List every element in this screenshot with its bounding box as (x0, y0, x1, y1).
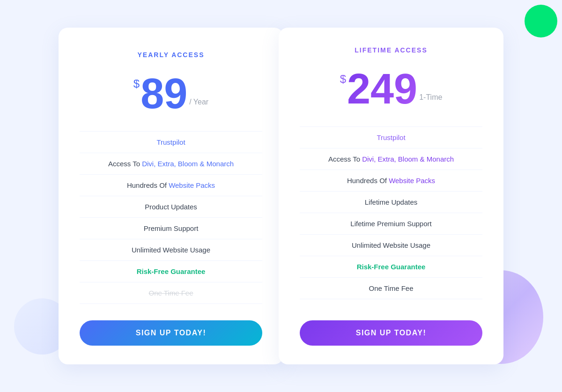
yearly-period: / Year (189, 98, 208, 106)
yearly-plan-label: YEARLY ACCESS (138, 51, 205, 59)
lifetime-period: 1-Time (419, 94, 442, 101)
yearly-risk-free-text: Risk-Free Guarantee (137, 267, 206, 275)
yearly-dollar-sign: $ (133, 78, 140, 89)
lifetime-risk-free-text: Risk-Free Guarantee (357, 263, 426, 271)
lifetime-support-text: Lifetime Premium Support (350, 220, 431, 228)
lifetime-feature-access: Access To Divi, Extra, Bloom & Monarch (300, 148, 482, 170)
yearly-trustpilot-link[interactable]: Trustpilot (156, 138, 185, 146)
lifetime-feature-one-time: One Time Fee (300, 278, 482, 299)
yearly-feature-unlimited: Unlimited Website Usage (80, 239, 262, 261)
lifetime-feature-risk-free: Risk-Free Guarantee (300, 256, 482, 278)
lifetime-plan-label: LIFETIME ACCESS (355, 46, 428, 54)
yearly-price-display: $ 89 / Year (133, 73, 208, 115)
lifetime-updates-text: Lifetime Updates (365, 198, 418, 206)
lifetime-unlimited-text: Unlimited Website Usage (352, 241, 430, 249)
lifetime-features-list: Trustpilot Access To Divi, Extra, Bloom … (300, 126, 482, 299)
lifetime-access-highlight: Divi, Extra, Bloom & Monarch (362, 155, 454, 163)
pricing-container: YEARLY ACCESS $ 89 / Year Trustpilot Acc… (30, 9, 532, 383)
lifetime-packs-highlight: Website Packs (389, 177, 435, 185)
yearly-packs-highlight: Website Packs (169, 181, 215, 189)
yearly-updates-text: Product Updates (145, 203, 197, 211)
yearly-feature-support: Premium Support (80, 218, 262, 239)
lifetime-feature-updates: Lifetime Updates (300, 192, 482, 213)
lifetime-feature-website-packs: Hundreds Of Website Packs (300, 170, 482, 192)
lifetime-plan-card: LIFETIME ACCESS $ 249 1-Time Trustpilot … (279, 28, 503, 364)
yearly-feature-one-time: One Time Fee (80, 282, 262, 304)
yearly-unlimited-text: Unlimited Website Usage (132, 246, 210, 254)
lifetime-packs-plain: Hundreds Of (347, 177, 389, 185)
lifetime-one-time-text: One Time Fee (369, 284, 413, 292)
yearly-feature-updates: Product Updates (80, 196, 262, 218)
yearly-price-number: 89 (140, 73, 187, 115)
lifetime-feature-trustpilot: Trustpilot (300, 126, 482, 148)
yearly-access-plain: Access To (108, 160, 142, 168)
yearly-one-time-text: One Time Fee (148, 289, 193, 297)
yearly-feature-access: Access To Divi, Extra, Bloom & Monarch (80, 153, 262, 175)
lifetime-dollar-sign: $ (340, 74, 346, 85)
yearly-feature-risk-free: Risk-Free Guarantee (80, 261, 262, 282)
lifetime-access-plain: Access To (328, 155, 362, 163)
yearly-plan-card: YEARLY ACCESS $ 89 / Year Trustpilot Acc… (59, 28, 283, 364)
lifetime-feature-unlimited: Unlimited Website Usage (300, 235, 482, 256)
lifetime-feature-support: Lifetime Premium Support (300, 213, 482, 235)
lifetime-price-number: 249 (347, 68, 417, 110)
yearly-features-list: Trustpilot Access To Divi, Extra, Bloom … (80, 131, 262, 304)
yearly-packs-plain: Hundreds Of (127, 181, 169, 189)
yearly-feature-website-packs: Hundreds Of Website Packs (80, 175, 262, 196)
lifetime-price-display: $ 249 1-Time (340, 68, 443, 110)
lifetime-trustpilot-link[interactable]: Trustpilot (377, 133, 405, 141)
yearly-feature-trustpilot: Trustpilot (80, 131, 262, 153)
yearly-signup-button[interactable]: SIGN UP TODAY! (80, 320, 262, 346)
yearly-access-highlight: Divi, Extra, Bloom & Monarch (142, 160, 234, 168)
yearly-support-text: Premium Support (144, 224, 199, 232)
lifetime-signup-button[interactable]: SIGN UP TODAY! (300, 320, 482, 346)
